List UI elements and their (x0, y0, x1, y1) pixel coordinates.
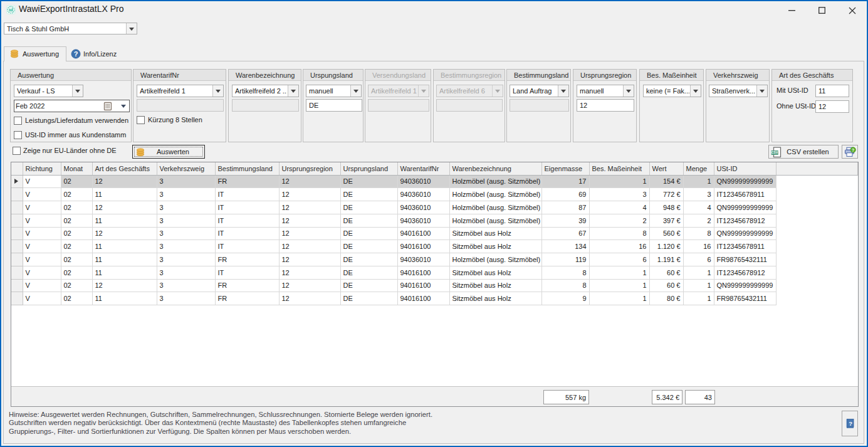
svg-text:CSV: CSV (771, 151, 778, 154)
svg-text:?: ? (849, 420, 852, 427)
svg-text:?: ? (74, 50, 78, 58)
svg-text:?: ? (852, 148, 854, 152)
